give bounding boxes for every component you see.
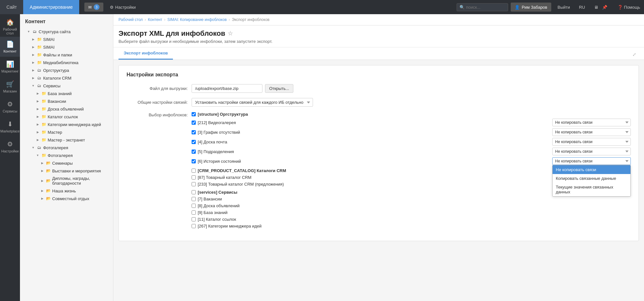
checkbox-8[interactable] xyxy=(192,204,196,208)
logout-button[interactable]: Выйти xyxy=(554,5,574,10)
tree-arrow: ▼ xyxy=(31,83,35,88)
infoblock-item-main: [3] График отсутствий xyxy=(192,130,550,135)
sidebar-item-shop[interactable]: 🛒 Магазин xyxy=(0,77,20,97)
tab-export[interactable]: Экспорт инфоблоков xyxy=(118,47,173,60)
select-3[interactable]: Не копировать связи Копировать связанные… xyxy=(552,128,631,136)
marketplace-icon: ⬇ xyxy=(7,120,13,128)
infoblock-item-main: [4] Доска почта xyxy=(192,140,550,144)
sidebar-item-services[interactable]: ⚙ Сервисы xyxy=(0,97,20,117)
dropdown-option-current-values[interactable]: Текущие значения связанных данных xyxy=(553,183,630,196)
dropdown-option-no-copy[interactable]: Не копировать связи xyxy=(553,165,630,174)
tree-item-master[interactable]: ▶ 📁 Мастер xyxy=(20,128,113,136)
checkbox-87[interactable] xyxy=(192,175,196,180)
messages-button[interactable]: ✉ 3 xyxy=(84,3,103,12)
sidebar-item-dashboard[interactable]: 🏠 Рабочий стол xyxy=(0,17,20,37)
checkbox-9[interactable] xyxy=(192,210,196,215)
checkbox-233[interactable] xyxy=(192,182,196,186)
tree-item-knowledge[interactable]: ▶ 📁 База знаний xyxy=(20,90,113,97)
tree-item-photogallery-sub[interactable]: ▼ 📁 Фотогалерея xyxy=(20,151,113,159)
sidebar-item-marketplace[interactable]: ⬇ Marketplace xyxy=(0,117,20,137)
tree-item-seminars[interactable]: ▶ 📂 Семинары xyxy=(20,159,113,167)
infoblock-item-main: [212] Видеогалерея xyxy=(192,120,550,125)
favorite-icon[interactable]: ☆ xyxy=(228,30,233,37)
tree-item-site-structure[interactable]: ▼ 🗂 Структура сайта xyxy=(20,28,113,35)
tree-item-media[interactable]: ▶ 📁 Медиабиблиотека xyxy=(20,59,113,66)
settings-nav-button[interactable]: ⚙ Настройки xyxy=(106,3,140,12)
select-5[interactable]: Не копировать связи Копировать связанные… xyxy=(552,148,631,155)
breadcrumb-content[interactable]: Контент xyxy=(148,17,162,22)
checkbox-6[interactable] xyxy=(192,159,196,163)
sidebar-item-marketing[interactable]: 📊 Маркетинг xyxy=(0,57,20,77)
checkbox-crm[interactable] xyxy=(192,169,196,173)
tree-item-simai2[interactable]: ▶ 📁 SIMAI xyxy=(20,43,113,51)
tree-label: Сервисы xyxy=(43,83,110,88)
folder-icon: 🗂 xyxy=(37,83,42,88)
sidebar-item-label: Магазин xyxy=(3,89,17,93)
help-button[interactable]: ❓ Помощь xyxy=(614,5,644,10)
tree-item-vacancies[interactable]: ▶ 📁 Вакансии xyxy=(20,97,113,105)
infoblock-list: [structure] Оргструктура [212] Видеогале… xyxy=(192,112,631,230)
export-panel: Настройки экспорта Файл для выгрузки: От… xyxy=(118,65,639,241)
checkbox-services[interactable] xyxy=(192,190,196,194)
tree-item-links[interactable]: ▶ 📁 Каталог ссылок xyxy=(20,113,113,121)
tree-item-services[interactable]: ▼ 🗂 Сервисы xyxy=(20,82,113,90)
folder-icon: 📂 xyxy=(46,178,51,183)
page-header: Экспорт XML для инфоблоков ☆ Выберите фа… xyxy=(113,25,644,47)
tree-item-photogallery[interactable]: ▼ 🗂 Фотогалерея xyxy=(20,144,113,151)
gear-icon: ⚙ xyxy=(110,5,114,10)
tree-item-crm[interactable]: ▶ 🗂 Каталоги CRM xyxy=(20,74,113,82)
breadcrumb-dashboard[interactable]: Рабочий стол xyxy=(118,17,143,22)
tree-item-diploms[interactable]: ▶ 📂 Дипломы, награды, благодарности xyxy=(20,175,113,187)
admin-tab[interactable]: Администрирование xyxy=(23,0,79,14)
sidebar-item-settings[interactable]: ⚙ Настройки xyxy=(0,137,20,157)
search-input[interactable] xyxy=(466,5,505,10)
panel-title: Настройки экспорта xyxy=(127,72,631,78)
tree-arrow: ▶ xyxy=(40,179,44,183)
infoblock-label-5: [5] Подразделения xyxy=(198,149,234,154)
tree-label: Категории менеджера идей xyxy=(48,122,110,127)
breadcrumb-copy[interactable]: SIMAI: Копирование инфоблоков xyxy=(167,17,227,22)
dropdown-option-copy-related[interactable]: Копировать связанные данные xyxy=(553,174,630,183)
sidebar-item-content[interactable]: 📄 Контент xyxy=(0,37,20,57)
search-box[interactable]: 🔍 xyxy=(457,3,508,11)
folder-icon: 📂 xyxy=(46,196,51,201)
pin-icon[interactable]: 📌 xyxy=(602,5,607,10)
language-selector[interactable]: RU xyxy=(576,5,588,10)
select-212[interactable]: Не копировать связи Копировать связанные… xyxy=(552,119,631,126)
tree-item-simai1[interactable]: ▶ 📁 SIMAI xyxy=(20,35,113,43)
tree-arrow: ▶ xyxy=(40,196,44,201)
tree-label: База знаний xyxy=(48,91,110,96)
tree-item-master-extranet[interactable]: ▶ 📁 Мастер - экстранет xyxy=(20,136,113,144)
user-button[interactable]: 👤 Рим Забаров xyxy=(511,3,551,12)
tree-item-board[interactable]: ▶ 📁 Доска объявлений xyxy=(20,105,113,113)
page-title: Экспорт XML для инфоблоков ☆ xyxy=(118,29,639,38)
dropdown-open-6: Не копировать связи Копировать связанные… xyxy=(552,165,631,197)
sidebar-item-label: Настройки xyxy=(1,149,19,153)
checkbox-4[interactable] xyxy=(192,140,196,144)
infoblock-item-main: [5] Подразделения xyxy=(192,149,550,154)
monitor-icon[interactable]: 🖥 xyxy=(594,5,598,10)
settings-icon: ⚙ xyxy=(7,140,13,148)
open-button[interactable]: Открыть... xyxy=(265,84,293,93)
checkbox-11[interactable] xyxy=(192,217,196,221)
site-tab[interactable]: Сайт xyxy=(0,0,23,14)
tree-arrow: ▶ xyxy=(40,189,44,193)
checkbox-structure[interactable] xyxy=(192,112,196,116)
file-input[interactable] xyxy=(192,84,262,93)
tree-item-exhibitions[interactable]: ▶ 📂 Выставки и мероприятия xyxy=(20,167,113,175)
tree-item-life[interactable]: ▶ 📂 Наша жизнь xyxy=(20,187,113,195)
relations-select[interactable]: Установить настройки связей для каждого … xyxy=(192,98,313,107)
select-4[interactable]: Не копировать связи Копировать связанные… xyxy=(552,138,631,146)
tree-item-orgstructure[interactable]: ▶ 🗂 Оргструктура xyxy=(20,66,113,74)
tree-item-vacation[interactable]: ▶ 📂 Совместный отдых xyxy=(20,195,113,202)
infoblock-item-5: [5] Подразделения Не копировать связи Ко… xyxy=(192,148,631,155)
checkbox-3[interactable] xyxy=(192,130,196,134)
expand-icon[interactable]: ⤢ xyxy=(630,49,639,60)
tree-item-files[interactable]: ▶ 📁 Файлы и папки xyxy=(20,51,113,59)
checkbox-267[interactable] xyxy=(192,224,196,228)
checkbox-7[interactable] xyxy=(192,197,196,201)
select-6[interactable]: Не копировать связи Копировать связанные… xyxy=(552,157,631,165)
checkbox-5[interactable] xyxy=(192,150,196,154)
checkbox-212[interactable] xyxy=(192,121,196,125)
tree-item-ideas[interactable]: ▶ 📁 Категории менеджера идей xyxy=(20,121,113,128)
